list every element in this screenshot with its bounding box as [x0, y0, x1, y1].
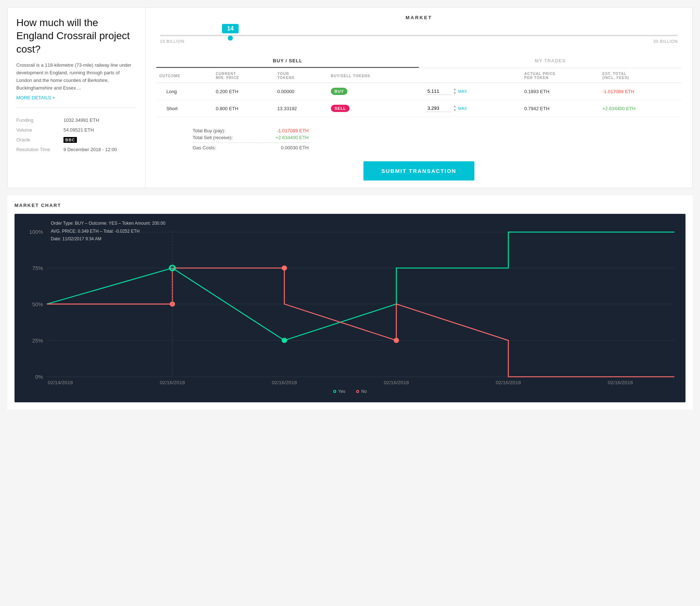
- stepper-down-long[interactable]: ▼: [453, 91, 457, 95]
- outcome-long-label: Long: [166, 89, 177, 94]
- token-input-cell-long: ▲ ▼ MAX: [423, 83, 521, 100]
- buy-sell-toggle-long[interactable]: BUY: [331, 88, 347, 95]
- outcome-dot-long: [159, 90, 163, 93]
- slider-max: 30 BILLION: [654, 39, 678, 43]
- action-cell-long: BUY: [328, 83, 423, 100]
- token-input-long[interactable]: [426, 88, 451, 95]
- outcome-long: Long: [156, 83, 213, 100]
- col-actual-price: ACTUAL PRICEPER TOKEN: [521, 68, 599, 83]
- resolution-row: Resolution Time 9 December 2018 - 12:00: [16, 145, 136, 154]
- resolution-label: Resolution Time: [16, 145, 63, 154]
- more-details-link[interactable]: MORE DETAILS +: [16, 95, 55, 100]
- total-sell-value: +2.634400 ETH: [276, 135, 309, 140]
- current-price-short: 0.800 ETH: [213, 100, 274, 117]
- funding-row: Funding 1032.34991 ETH: [16, 115, 136, 125]
- slider-min: 10 BILLION: [160, 39, 184, 43]
- chart-title: MARKET CHART: [15, 203, 685, 208]
- left-panel: How much will the England Crossrail proj…: [8, 8, 145, 188]
- oracle-value: BBC: [63, 135, 136, 145]
- svg-point-20: [282, 266, 287, 270]
- legend-yes: Yes: [333, 389, 346, 394]
- tab-buy-sell[interactable]: BUY / SELL: [156, 54, 419, 68]
- token-input-short[interactable]: [426, 105, 451, 112]
- top-section: How much will the England Crossrail proj…: [7, 7, 693, 188]
- summary-section: Total Buy (pay): -1.017089 ETH Total Sel…: [185, 124, 682, 155]
- slider-track: 14: [160, 35, 678, 36]
- table-row: Long 0.200 ETH 0.00000 BUY ▲: [156, 83, 682, 100]
- token-input-group-long: ▲ ▼ MAX: [426, 87, 518, 95]
- buy-sell-toggle-short[interactable]: SELL: [331, 105, 350, 112]
- svg-text:100%: 100%: [29, 229, 43, 235]
- max-link-short[interactable]: MAX: [458, 106, 467, 111]
- svg-text:02/16/2018: 02/16/2018: [608, 380, 633, 384]
- market-description: Crossrail is a 118-kilometre (73-mile) r…: [16, 62, 136, 92]
- tab-my-trades[interactable]: MY TRADES: [419, 54, 682, 68]
- oracle-badge: BBC: [63, 137, 77, 143]
- chart-area: Order Type: BUY – Outcome: YES – Token A…: [15, 214, 685, 402]
- total-buy-value: -1.017089 ETH: [277, 128, 309, 133]
- col-current-price: CURRENTMIN. PRICE: [213, 68, 274, 83]
- stepper-down-short[interactable]: ▼: [453, 108, 457, 112]
- col-buy-sell-tokens: BUY/SELL TOKENS: [328, 68, 423, 83]
- total-buy-label: Total Buy (pay):: [193, 128, 225, 133]
- volume-label: Volume: [16, 125, 63, 135]
- svg-text:02/16/2018: 02/16/2018: [384, 380, 409, 384]
- summary-divider: [193, 142, 309, 143]
- svg-point-21: [394, 338, 399, 343]
- svg-text:02/16/2018: 02/16/2018: [272, 380, 297, 384]
- slider-thumb[interactable]: 14: [222, 24, 239, 41]
- chart-svg: 100% 75% 50% 25% 0% 02/14/2018 02/16/201…: [22, 228, 678, 384]
- col-outcome: OUTCOME: [156, 68, 213, 83]
- actual-price-short: 0.7942 ETH: [521, 100, 599, 117]
- tooltip-line2: AVG. PRICE: 0.349 ETH – Total: -0.0252 E…: [51, 228, 165, 236]
- chart-section: MARKET CHART Order Type: BUY – Outcome: …: [7, 195, 693, 410]
- divider: [16, 108, 136, 108]
- funding-label: Funding: [16, 115, 63, 125]
- meta-table: Funding 1032.34991 ETH Volume 54.09521 E…: [16, 115, 136, 154]
- outcome-short-label: Short: [166, 106, 178, 111]
- svg-text:02/14/2018: 02/14/2018: [48, 380, 73, 384]
- tooltip-line3: Date: 11/02/2017 9:34 AM: [51, 235, 165, 243]
- stepper-short: ▲ ▼: [453, 104, 457, 112]
- svg-point-17: [282, 338, 287, 343]
- max-link-long[interactable]: MAX: [458, 89, 467, 94]
- col-est-total: EST. TOTAL(INCL. FEES): [600, 68, 682, 83]
- gas-label: Gas Costs:: [193, 145, 216, 150]
- buy-label[interactable]: BUY: [331, 88, 347, 95]
- oracle-label: Oracle: [16, 135, 63, 145]
- total-buy-row: Total Buy (pay): -1.017089 ETH: [193, 128, 309, 133]
- col-spacer: [423, 68, 521, 83]
- slider-container[interactable]: 14 10 BILLION 30 BILLION: [156, 35, 682, 43]
- current-price-long: 0.200 ETH: [213, 83, 274, 100]
- your-tokens-short: 13.33192: [274, 100, 328, 117]
- svg-text:02/16/2018: 02/16/2018: [496, 380, 521, 384]
- action-cell-short: SELL: [328, 100, 423, 117]
- token-input-cell-short: ▲ ▼ MAX: [423, 100, 521, 117]
- stepper-up-long[interactable]: ▲: [453, 87, 457, 91]
- legend-yes-label: Yes: [338, 389, 346, 394]
- market-question: How much will the England Crossrail proj…: [16, 16, 136, 56]
- total-sell-label: Total Sell (receive):: [193, 135, 233, 140]
- table-row: Short 0.800 ETH 13.33192 SELL ▲: [156, 100, 682, 117]
- svg-text:75%: 75%: [32, 265, 43, 271]
- chart-tooltip: Order Type: BUY – Outcome: YES – Token A…: [51, 220, 165, 243]
- table-header-row: OUTCOME CURRENTMIN. PRICE YOURTOKENS BUY…: [156, 68, 682, 83]
- total-sell-row: Total Sell (receive): +2.634400 ETH: [193, 135, 309, 140]
- sell-label[interactable]: SELL: [331, 105, 350, 112]
- legend-yes-dot: [333, 390, 336, 393]
- svg-text:0%: 0%: [35, 374, 43, 380]
- gas-row: Gas Costs: 0.00030 ETH: [193, 145, 309, 150]
- right-panel: MARKET 14 10 BILLION 30 BILLION BUY / SE…: [145, 8, 692, 188]
- chart-legend: Yes No: [22, 389, 678, 394]
- est-total-short: +2.634400 ETH: [600, 100, 682, 117]
- tabs-row: BUY / SELL MY TRADES: [156, 54, 682, 68]
- svg-text:25%: 25%: [32, 338, 43, 344]
- oracle-row: Oracle BBC: [16, 135, 136, 145]
- volume-value: 54.09521 ETH: [63, 125, 136, 135]
- submit-transaction-button[interactable]: SUBMIT TRANSACTION: [363, 161, 475, 180]
- svg-text:02/16/2018: 02/16/2018: [160, 380, 185, 384]
- slider-dot: [228, 36, 233, 41]
- stepper-up-short[interactable]: ▲: [453, 104, 457, 108]
- your-tokens-long: 0.00000: [274, 83, 328, 100]
- funding-value: 1032.34991 ETH: [63, 115, 136, 125]
